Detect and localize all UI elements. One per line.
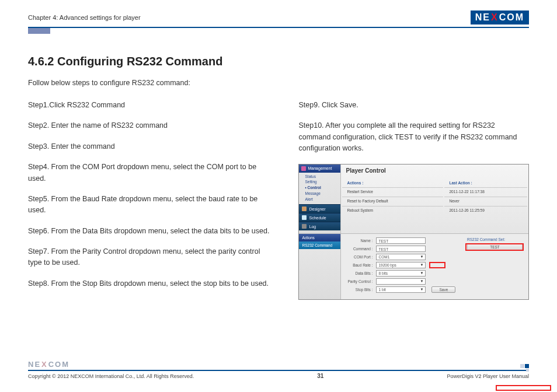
- chevron-down-icon: ▼: [420, 286, 424, 293]
- sidebar-item-current[interactable]: • Control: [305, 185, 340, 191]
- sidebar-item[interactable]: Message: [305, 191, 340, 197]
- steps-left-column: Step1.Click RS232 Command Step2. Enter t…: [28, 100, 273, 300]
- designer-icon: [302, 206, 307, 211]
- step-text: Step3. Enter the command: [28, 141, 273, 152]
- col-actions-header: Actions :: [342, 180, 443, 186]
- screenshot-form: Name :TEST Command :TEST COM Port :COM1▼…: [341, 234, 528, 299]
- comport-label: COM Port :: [346, 255, 376, 259]
- name-input[interactable]: TEST: [376, 237, 426, 244]
- stopbits-select[interactable]: 1 bit▼: [376, 286, 426, 293]
- footer-decor: [520, 364, 529, 368]
- steps-right-column: Step9. Click Save. Step10. After you com…: [298, 100, 529, 300]
- step-text: Step2. Enter the name of RS232 command: [28, 120, 273, 131]
- sidebar-row-designer[interactable]: Designer: [299, 204, 340, 213]
- logo-text-x: X: [491, 12, 499, 23]
- name-label: Name :: [346, 239, 376, 243]
- section-intro: Follow below steps to configure RS232 co…: [28, 79, 529, 87]
- step-text: Step1.Click RS232 Command: [28, 100, 273, 111]
- page-footer: NEXCOM Copyright © 2012 NEXCOM Internati…: [28, 360, 529, 379]
- table-row: Reset to Factory DefaultNever: [342, 197, 527, 205]
- sidebar-header-label: Management: [308, 166, 332, 170]
- screenshot-sidebar: Management Status Setting • Control Mess…: [299, 164, 341, 233]
- step-text: Step6. From the Data Bits dropdown menu,…: [28, 226, 273, 237]
- test-button[interactable]: TEST: [467, 244, 523, 250]
- logo-text-pre: NE: [475, 12, 490, 23]
- chevron-down-icon: ▼: [420, 254, 424, 260]
- table-row: Restart Service2011-12-22 11:17:38: [342, 187, 527, 195]
- screenshot-tabs-side: Actions RS232 Command: [299, 234, 341, 299]
- step-text: Step9. Click Save.: [298, 100, 529, 111]
- step-text: Step5. From the Baud Rate dropdown menu,…: [28, 194, 273, 216]
- tab-rs232[interactable]: RS232 Command: [299, 242, 340, 249]
- sidebar-row-log[interactable]: Log: [299, 222, 340, 230]
- sidebar-header: Management: [299, 164, 340, 173]
- command-set-panel: RS232 Command Set: TEST: [467, 237, 523, 250]
- baudrate-label: Baud Rate :: [346, 263, 376, 267]
- page-tab-stub: [28, 28, 50, 34]
- management-icon: [301, 166, 306, 171]
- actions-table: Actions : Last Action : Restart Service2…: [341, 178, 528, 215]
- footer-logo: NEXCOM: [28, 360, 529, 369]
- baudrate-select[interactable]: 19200 bps▼: [376, 262, 426, 268]
- screenshot-main: Player Control Actions : Last Action : R…: [341, 164, 528, 233]
- highlight-box: [496, 385, 551, 391]
- chevron-down-icon: ▼: [420, 262, 424, 268]
- section-heading: 4.6.2 Configuring RS232 Command: [28, 55, 529, 68]
- stopbits-label: Stop Bits :: [346, 288, 376, 292]
- page-number: 31: [317, 373, 323, 379]
- logo: NEXCOM: [471, 10, 529, 24]
- databits-label: Data Bits :: [346, 271, 376, 275]
- sidebar-item[interactable]: Setting: [305, 179, 340, 185]
- embedded-screenshot: Management Status Setting • Control Mess…: [298, 164, 529, 300]
- databits-select[interactable]: 8 bits▼: [376, 270, 426, 276]
- col-lastaction-header: Last Action :: [444, 180, 527, 186]
- log-icon: [302, 224, 307, 229]
- step-text: Step10. After you complete all the requi…: [298, 120, 529, 154]
- main-title: Player Control: [341, 164, 528, 178]
- parity-label: Parity Control :: [346, 279, 376, 284]
- save-button[interactable]: Save: [431, 286, 455, 293]
- sidebar-item[interactable]: Status: [305, 174, 340, 180]
- command-set-title: RS232 Command Set:: [467, 237, 523, 242]
- manual-title: PowerDigis V2 Player User Manual: [447, 373, 529, 379]
- header-bar: Chapter 4: Advanced settings for player …: [28, 10, 529, 28]
- chevron-down-icon: ▼: [420, 278, 424, 285]
- command-input[interactable]: TEST: [376, 246, 426, 252]
- footer-decor: [526, 369, 529, 372]
- table-row: Reboot System2011-12-26 11:25:59: [342, 206, 527, 214]
- highlight-box: [429, 262, 445, 268]
- parity-select[interactable]: ▼: [376, 278, 426, 285]
- copyright-text: Copyright © 2012 NEXCOM International Co…: [28, 373, 194, 379]
- chevron-down-icon: ▼: [420, 270, 424, 276]
- logo-text-post: COM: [499, 12, 524, 23]
- sidebar-item[interactable]: Alert: [305, 197, 340, 202]
- comport-select[interactable]: COM1▼: [376, 254, 426, 260]
- step-text: Step4. From the COM Port dropdown menu, …: [28, 162, 273, 184]
- sidebar-row-schedule[interactable]: Schedule: [299, 213, 340, 222]
- schedule-icon: [302, 215, 307, 220]
- step-text: Step8. From the Stop Bits dropdown menu,…: [28, 278, 273, 289]
- command-label: Command :: [346, 247, 376, 251]
- chapter-title: Chapter 4: Advanced settings for player: [28, 14, 141, 21]
- step-text: Step7. From the Parity Control dropdown …: [28, 246, 273, 269]
- tab-actions[interactable]: Actions: [299, 234, 340, 242]
